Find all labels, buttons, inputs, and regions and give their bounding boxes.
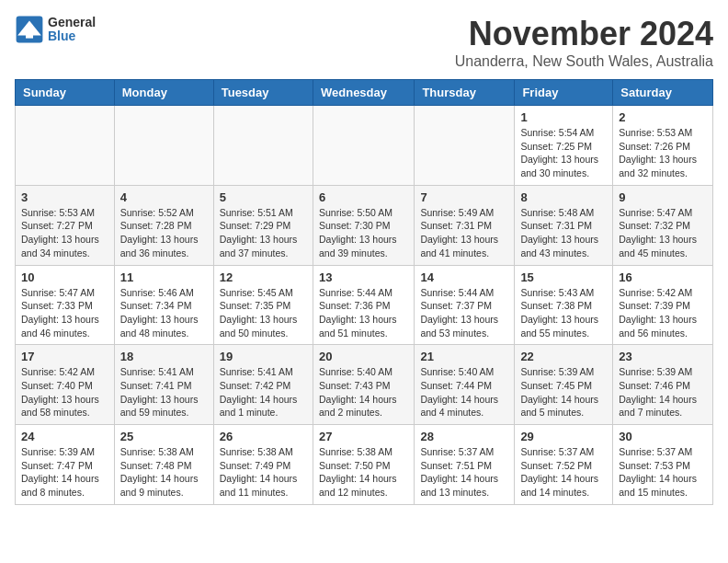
calendar-cell: 6Sunrise: 5:50 AM Sunset: 7:30 PM Daylig… <box>313 185 414 265</box>
calendar-cell <box>213 106 313 186</box>
calendar-cell: 24Sunrise: 5:39 AM Sunset: 7:47 PM Dayli… <box>16 425 115 505</box>
day-info: Sunrise: 5:37 AM Sunset: 7:51 PM Dayligh… <box>420 445 508 500</box>
header-friday: Friday <box>515 80 613 106</box>
page-header: General Blue November 2024 Unanderra, Ne… <box>15 15 713 70</box>
day-number: 18 <box>120 350 208 363</box>
day-number: 28 <box>420 430 508 443</box>
calendar-cell: 12Sunrise: 5:45 AM Sunset: 7:35 PM Dayli… <box>213 265 313 345</box>
calendar-cell: 21Sunrise: 5:40 AM Sunset: 7:44 PM Dayli… <box>415 345 515 425</box>
day-number: 15 <box>520 270 607 284</box>
calendar-week-row: 1Sunrise: 5:54 AM Sunset: 7:25 PM Daylig… <box>16 106 713 186</box>
calendar-cell: 2Sunrise: 5:53 AM Sunset: 7:26 PM Daylig… <box>613 106 713 186</box>
title-block: November 2024 Unanderra, New South Wales… <box>455 15 713 70</box>
day-info: Sunrise: 5:52 AM Sunset: 7:28 PM Dayligh… <box>120 206 208 260</box>
calendar-cell: 16Sunrise: 5:42 AM Sunset: 7:39 PM Dayli… <box>613 265 713 345</box>
calendar-cell: 3Sunrise: 5:53 AM Sunset: 7:27 PM Daylig… <box>16 185 115 265</box>
day-info: Sunrise: 5:46 AM Sunset: 7:34 PM Dayligh… <box>120 286 208 340</box>
calendar-cell <box>415 106 515 186</box>
day-number: 26 <box>220 430 307 443</box>
calendar-cell: 23Sunrise: 5:39 AM Sunset: 7:46 PM Dayli… <box>613 345 713 425</box>
day-number: 24 <box>21 430 108 443</box>
location-title: Unanderra, New South Wales, Australia <box>455 53 713 70</box>
day-info: Sunrise: 5:41 AM Sunset: 7:42 PM Dayligh… <box>220 365 307 419</box>
day-number: 5 <box>220 190 307 204</box>
day-info: Sunrise: 5:50 AM Sunset: 7:30 PM Dayligh… <box>319 206 408 260</box>
calendar-cell: 9Sunrise: 5:47 AM Sunset: 7:32 PM Daylig… <box>613 185 713 265</box>
calendar-cell: 22Sunrise: 5:39 AM Sunset: 7:45 PM Dayli… <box>515 345 613 425</box>
day-number: 23 <box>619 350 707 363</box>
day-info: Sunrise: 5:54 AM Sunset: 7:25 PM Dayligh… <box>520 126 607 180</box>
day-info: Sunrise: 5:51 AM Sunset: 7:29 PM Dayligh… <box>220 206 307 260</box>
calendar-cell: 10Sunrise: 5:47 AM Sunset: 7:33 PM Dayli… <box>16 265 115 345</box>
calendar-cell: 1Sunrise: 5:54 AM Sunset: 7:25 PM Daylig… <box>515 106 613 186</box>
calendar-table: SundayMondayTuesdayWednesdayThursdayFrid… <box>15 79 713 505</box>
day-info: Sunrise: 5:41 AM Sunset: 7:41 PM Dayligh… <box>120 365 208 419</box>
day-info: Sunrise: 5:45 AM Sunset: 7:35 PM Dayligh… <box>220 286 307 340</box>
month-title: November 2024 <box>455 15 713 53</box>
calendar-cell: 11Sunrise: 5:46 AM Sunset: 7:34 PM Dayli… <box>114 265 213 345</box>
day-number: 12 <box>220 270 307 284</box>
day-number: 13 <box>319 270 408 284</box>
day-info: Sunrise: 5:47 AM Sunset: 7:32 PM Dayligh… <box>619 206 707 260</box>
logo-blue-text: Blue <box>48 29 96 43</box>
header-sunday: Sunday <box>16 80 115 106</box>
day-info: Sunrise: 5:53 AM Sunset: 7:27 PM Dayligh… <box>21 206 108 260</box>
calendar-cell: 19Sunrise: 5:41 AM Sunset: 7:42 PM Dayli… <box>213 345 313 425</box>
calendar-cell: 25Sunrise: 5:38 AM Sunset: 7:48 PM Dayli… <box>114 425 213 505</box>
calendar-cell: 20Sunrise: 5:40 AM Sunset: 7:43 PM Dayli… <box>313 345 414 425</box>
day-info: Sunrise: 5:37 AM Sunset: 7:53 PM Dayligh… <box>619 445 707 500</box>
day-info: Sunrise: 5:39 AM Sunset: 7:46 PM Dayligh… <box>619 365 707 419</box>
calendar-cell <box>313 106 414 186</box>
day-number: 6 <box>319 190 408 204</box>
calendar-header-row: SundayMondayTuesdayWednesdayThursdayFrid… <box>16 80 713 106</box>
header-monday: Monday <box>114 80 213 106</box>
day-info: Sunrise: 5:39 AM Sunset: 7:47 PM Dayligh… <box>21 445 108 500</box>
day-number: 27 <box>319 430 408 443</box>
day-number: 11 <box>120 270 208 284</box>
logo: General Blue <box>15 15 96 44</box>
calendar-week-row: 24Sunrise: 5:39 AM Sunset: 7:47 PM Dayli… <box>16 425 713 505</box>
day-number: 14 <box>420 270 508 284</box>
calendar-cell: 15Sunrise: 5:43 AM Sunset: 7:38 PM Dayli… <box>515 265 613 345</box>
day-info: Sunrise: 5:40 AM Sunset: 7:43 PM Dayligh… <box>319 365 408 419</box>
day-info: Sunrise: 5:38 AM Sunset: 7:50 PM Dayligh… <box>319 445 408 500</box>
calendar-cell: 8Sunrise: 5:48 AM Sunset: 7:31 PM Daylig… <box>515 185 613 265</box>
day-number: 16 <box>619 270 707 284</box>
calendar-cell: 28Sunrise: 5:37 AM Sunset: 7:51 PM Dayli… <box>415 425 515 505</box>
day-number: 1 <box>520 110 607 124</box>
calendar-cell: 5Sunrise: 5:51 AM Sunset: 7:29 PM Daylig… <box>213 185 313 265</box>
day-info: Sunrise: 5:44 AM Sunset: 7:37 PM Dayligh… <box>420 286 508 340</box>
header-tuesday: Tuesday <box>213 80 313 106</box>
calendar-week-row: 10Sunrise: 5:47 AM Sunset: 7:33 PM Dayli… <box>16 265 713 345</box>
day-info: Sunrise: 5:48 AM Sunset: 7:31 PM Dayligh… <box>520 206 607 260</box>
calendar-cell: 14Sunrise: 5:44 AM Sunset: 7:37 PM Dayli… <box>415 265 515 345</box>
calendar-cell: 30Sunrise: 5:37 AM Sunset: 7:53 PM Dayli… <box>613 425 713 505</box>
day-number: 3 <box>21 190 108 204</box>
day-number: 25 <box>120 430 208 443</box>
day-number: 7 <box>420 190 508 204</box>
day-number: 17 <box>21 350 108 363</box>
day-info: Sunrise: 5:49 AM Sunset: 7:31 PM Dayligh… <box>420 206 508 260</box>
day-info: Sunrise: 5:53 AM Sunset: 7:26 PM Dayligh… <box>619 126 707 180</box>
header-saturday: Saturday <box>613 80 713 106</box>
day-number: 21 <box>420 350 508 363</box>
day-info: Sunrise: 5:44 AM Sunset: 7:36 PM Dayligh… <box>319 286 408 340</box>
calendar-cell: 17Sunrise: 5:42 AM Sunset: 7:40 PM Dayli… <box>16 345 115 425</box>
day-info: Sunrise: 5:42 AM Sunset: 7:39 PM Dayligh… <box>619 286 707 340</box>
day-info: Sunrise: 5:43 AM Sunset: 7:38 PM Dayligh… <box>520 286 607 340</box>
calendar-cell: 13Sunrise: 5:44 AM Sunset: 7:36 PM Dayli… <box>313 265 414 345</box>
logo-general-text: General <box>48 16 96 29</box>
day-number: 22 <box>520 350 607 363</box>
day-info: Sunrise: 5:47 AM Sunset: 7:33 PM Dayligh… <box>21 286 108 340</box>
day-info: Sunrise: 5:37 AM Sunset: 7:52 PM Dayligh… <box>520 445 607 500</box>
day-number: 29 <box>520 430 607 443</box>
day-number: 19 <box>220 350 307 363</box>
day-info: Sunrise: 5:42 AM Sunset: 7:40 PM Dayligh… <box>21 365 108 419</box>
calendar-week-row: 3Sunrise: 5:53 AM Sunset: 7:27 PM Daylig… <box>16 185 713 265</box>
calendar-cell: 18Sunrise: 5:41 AM Sunset: 7:41 PM Dayli… <box>114 345 213 425</box>
day-number: 2 <box>619 110 707 124</box>
calendar-cell <box>114 106 213 186</box>
day-number: 20 <box>319 350 408 363</box>
calendar-week-row: 17Sunrise: 5:42 AM Sunset: 7:40 PM Dayli… <box>16 345 713 425</box>
day-info: Sunrise: 5:40 AM Sunset: 7:44 PM Dayligh… <box>420 365 508 419</box>
